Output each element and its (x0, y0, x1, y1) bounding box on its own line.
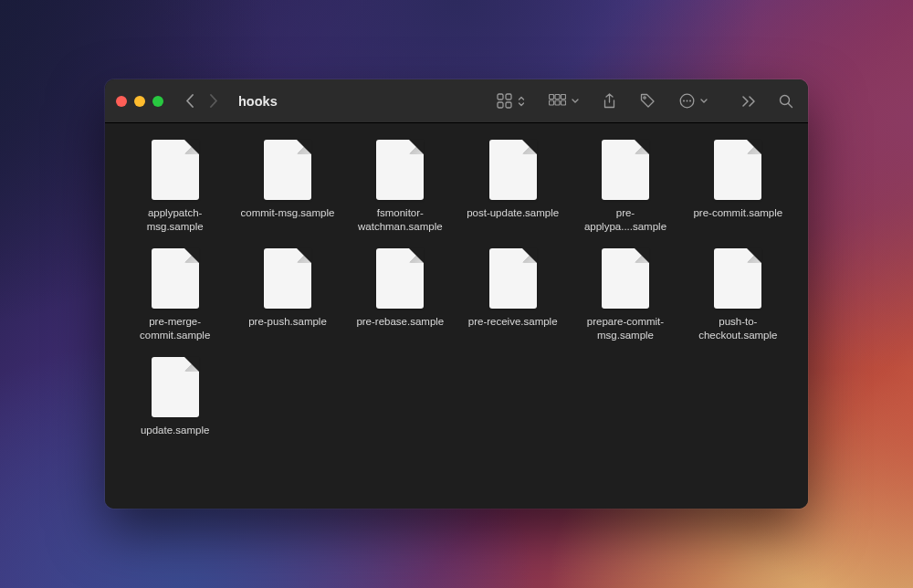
file-item[interactable]: applypatch-msg.sample (123, 140, 226, 234)
chevron-right-icon (210, 94, 218, 108)
svg-rect-8 (555, 100, 560, 105)
chevron-down-icon (572, 99, 579, 104)
svg-point-13 (687, 100, 688, 102)
grid3-icon (549, 94, 566, 108)
file-label: pre-applypa....sample (575, 206, 676, 234)
forward-button[interactable] (210, 94, 218, 109)
document-icon (264, 140, 311, 200)
file-item[interactable]: prepare-commit-msg.sample (573, 248, 677, 342)
toolbar (497, 90, 797, 112)
svg-point-10 (644, 97, 645, 99)
file-item[interactable]: fsmonitor-watchman.sample (349, 140, 452, 234)
file-label: pre-merge-commit.sample (125, 315, 226, 342)
document-icon (376, 140, 424, 200)
file-grid: applypatch-msg.sample commit-msg.sample … (123, 140, 790, 437)
search-button[interactable] (779, 90, 793, 112)
finder-window: hooks (105, 79, 808, 509)
file-label: pre-commit.sample (693, 206, 782, 220)
svg-rect-0 (498, 94, 503, 100)
window-title: hooks (238, 94, 278, 109)
file-item[interactable]: pre-applypa....sample (573, 140, 677, 234)
document-icon (714, 248, 761, 309)
svg-rect-2 (498, 102, 503, 108)
updown-icon (518, 95, 525, 108)
back-button[interactable] (185, 94, 194, 109)
file-item[interactable]: pre-push.sample (236, 248, 339, 342)
share-icon (603, 93, 616, 110)
chevron-down-icon (700, 99, 708, 104)
document-icon (152, 248, 199, 309)
file-item[interactable]: update.sample (123, 357, 226, 437)
file-item[interactable]: post-update.sample (461, 140, 564, 234)
view-icon-button[interactable] (497, 90, 525, 112)
chevron-left-icon (185, 94, 194, 108)
document-icon (152, 357, 199, 417)
document-icon (489, 248, 537, 309)
document-icon (489, 140, 537, 200)
search-icon (779, 94, 793, 109)
file-label: update.sample (141, 424, 209, 437)
svg-rect-6 (561, 95, 566, 100)
file-item[interactable]: pre-receive.sample (461, 248, 564, 342)
file-label: prepare-commit-msg.sample (575, 315, 676, 342)
document-icon (264, 248, 311, 309)
file-item[interactable]: pre-merge-commit.sample (123, 248, 226, 342)
share-button[interactable] (603, 90, 616, 112)
tags-button[interactable] (640, 90, 656, 112)
file-label: commit-msg.sample (241, 206, 335, 220)
file-item[interactable]: pre-rebase.sample (349, 248, 452, 342)
svg-point-14 (689, 100, 691, 102)
svg-rect-4 (550, 95, 554, 100)
double-chevron-right-icon (742, 96, 755, 107)
svg-rect-9 (561, 100, 566, 105)
grid-icon (497, 93, 512, 109)
document-icon (602, 248, 649, 309)
svg-rect-5 (555, 95, 560, 100)
svg-rect-1 (506, 94, 511, 100)
close-button[interactable] (116, 96, 127, 107)
document-icon (152, 140, 199, 200)
nav-controls (185, 94, 218, 109)
file-label: push-to-checkout.sample (687, 315, 788, 342)
tag-icon (640, 93, 656, 109)
file-item[interactable]: commit-msg.sample (236, 140, 339, 234)
titlebar: hooks (105, 79, 808, 123)
group-button[interactable] (549, 90, 579, 112)
svg-rect-3 (506, 102, 511, 108)
file-label: post-update.sample (467, 206, 559, 220)
svg-point-12 (683, 100, 685, 102)
document-icon (602, 140, 649, 200)
file-label: pre-push.sample (248, 315, 327, 329)
document-icon (376, 248, 424, 309)
file-label: pre-receive.sample (468, 315, 558, 329)
svg-point-15 (781, 95, 790, 104)
file-label: fsmonitor-watchman.sample (350, 206, 450, 234)
file-label: pre-rebase.sample (356, 315, 444, 329)
window-controls (116, 96, 163, 107)
minimize-button[interactable] (134, 96, 145, 107)
fullscreen-button[interactable] (152, 96, 163, 107)
action-button[interactable] (679, 90, 708, 112)
file-label: applypatch-msg.sample (125, 206, 226, 234)
file-item[interactable]: pre-commit.sample (687, 140, 790, 234)
overflow-button[interactable] (742, 90, 755, 112)
document-icon (714, 140, 761, 200)
content-area[interactable]: applypatch-msg.sample commit-msg.sample … (105, 123, 808, 509)
svg-rect-7 (550, 100, 554, 105)
ellipsis-circle-icon (679, 93, 695, 109)
file-item[interactable]: push-to-checkout.sample (687, 248, 790, 342)
